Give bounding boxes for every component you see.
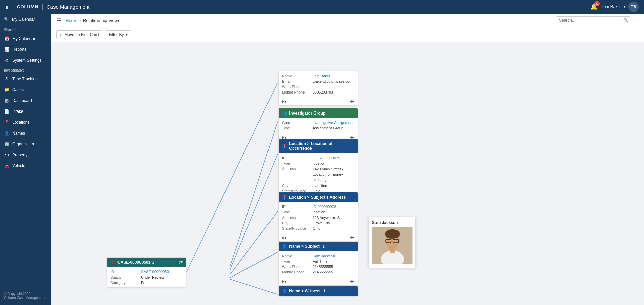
back-btn[interactable]: ⏮ [282, 99, 287, 104]
chart-icon: 📊 [4, 47, 9, 52]
location-occurrence-header: 📍 Location > Location of Occurrence [279, 139, 358, 153]
tag-icon: 🏷 [4, 152, 9, 158]
investigator-group-title: Investigator Group [289, 111, 325, 116]
ns-work-phone-label: Work Phone [282, 265, 313, 269]
sidebar-item-system-settings[interactable]: ⚙ System Settings [0, 55, 51, 66]
search-input[interactable] [556, 16, 630, 24]
name-label: Name [282, 74, 313, 78]
location-subject-card: 📍 Location > Subject's Address ID ID-000… [278, 192, 358, 242]
app-logo: Ⅲ COLUMN [5, 2, 38, 12]
subj-id-value[interactable]: ID-000000008 [313, 205, 354, 209]
notification-count: 32 [594, 1, 600, 6]
case-card: 💼 CASE-000000501 ℹ ⇄ ID CASE-000000501 S… [107, 257, 186, 288]
sidebar-item-my-calendar[interactable]: 📅 My Calendar [0, 33, 51, 44]
loc-city-label: City [282, 184, 313, 188]
sidebar-item-dashboard[interactable]: ▦ Dashboard [0, 95, 51, 106]
loc-subj-footer: ⏮ ✚ [279, 233, 358, 242]
subj-add-btn[interactable]: ✚ [350, 235, 354, 240]
subj-id-row: ID ID-000000008 [282, 204, 354, 209]
ns-back-btn[interactable]: ⏮ [282, 279, 287, 284]
inv-type-row: Type Assignment Group [282, 125, 354, 131]
sidebar-label-cases: Cases [12, 87, 24, 92]
case-id-row: ID CASE-000000501 [110, 269, 183, 274]
toolbar: ⌂ Move To First Card Filter By ▾ [51, 27, 644, 42]
breadcrumb-separator: › [80, 18, 81, 23]
add-btn[interactable]: ✚ [350, 99, 354, 104]
grid-icon: ▦ [4, 98, 9, 103]
contact-card: Name Tom Baker Email tbaker@columcase.co… [278, 71, 358, 106]
more-options-icon[interactable]: ⋮ [633, 17, 639, 24]
sidebar-label-my-calendar: My Calendar [12, 36, 35, 41]
group-label: Group [282, 121, 313, 125]
group-value[interactable]: Investigative Assignment [313, 121, 354, 125]
menu-icon[interactable]: ☰ [56, 17, 61, 24]
sidebar-item-vehicle[interactable]: 🚗 Vehicle [0, 160, 51, 171]
ns-name-value[interactable]: Sam Jackson [313, 254, 354, 258]
search-icon-btn[interactable]: 🔍 [623, 18, 628, 23]
name-subject-info-icon[interactable]: ℹ [323, 244, 324, 249]
filter-by-button[interactable]: Filter By ▾ [105, 30, 131, 39]
sidebar-item-property[interactable]: 🏷 Property [0, 149, 51, 160]
email-label: Email [282, 79, 313, 83]
pin-icon: 📍 [4, 120, 9, 125]
loc-type-label: Type [282, 161, 313, 165]
case-card-body: ID CASE-000000501 Status Under Review Ca… [107, 267, 186, 287]
loc-address-label: Address [282, 167, 313, 182]
notification-bell[interactable]: 🔔 32 [590, 3, 598, 11]
sidebar-item-names[interactable]: 👤 Names [0, 128, 51, 139]
search-icon: 🔍 [4, 17, 9, 22]
case-status-value: Under Review [141, 275, 183, 279]
subj-back-btn[interactable]: ⏮ [282, 235, 287, 240]
subj-state-row: State/Province Ohio [282, 226, 354, 231]
ns-work-phone-value: 2145555555 [313, 265, 354, 269]
case-info-icon[interactable]: ℹ [152, 260, 154, 265]
contact-work-phone-row: Work Phone [282, 84, 354, 89]
calendar-icon: 📅 [4, 36, 9, 41]
case-id-value[interactable]: CASE-000000501 [141, 270, 183, 274]
sidebar-item-global-search[interactable]: 🔍 My Calendar [0, 14, 51, 25]
case-id-header: CASE-000000501 [117, 260, 150, 265]
svg-line-5 [230, 211, 278, 274]
sidebar-label-time-tracking: Time Tracking [12, 77, 38, 81]
loc-id-value[interactable]: LOC-000000075 [313, 156, 354, 160]
name-witness-info-icon[interactable]: ℹ [324, 289, 325, 293]
subj-city-label: City [282, 221, 313, 225]
name-witness-title: Name > Witness [289, 289, 320, 293]
breadcrumb-home[interactable]: Home [66, 18, 78, 23]
user-menu[interactable]: Tom Baker ▾ TB [602, 2, 639, 12]
sidebar-item-intake[interactable]: 📄 Intake [0, 106, 51, 117]
sidebar-section-shared: Shared [0, 25, 51, 33]
avatar: TB [628, 2, 639, 12]
mobile-value: 6305203793 [313, 90, 354, 94]
sidebar-item-locations[interactable]: 📍 Locations [0, 117, 51, 128]
sidebar-item-cases[interactable]: 📁 Cases [0, 84, 51, 95]
case-card-header: 💼 CASE-000000501 ℹ ⇄ [107, 258, 186, 267]
subj-address-value: 123 Anywhere St. [313, 216, 354, 220]
ns-footer: ⏮ ✚ [279, 277, 358, 285]
email-value: tbaker@columcase.com [313, 79, 354, 83]
ns-mobile-label: Mobile Phone [282, 270, 313, 274]
sidebar-item-reports[interactable]: 📊 Reports [0, 44, 51, 55]
contact-mobile-row: Mobile Phone 6305203793 [282, 89, 354, 95]
sidebar-item-organization[interactable]: 🏢 Organization [0, 139, 51, 149]
name-value[interactable]: Tom Baker [313, 74, 354, 78]
location-subject-header: 📍 Location > Subject's Address [279, 192, 358, 202]
canvas-area[interactable]: Name Tom Baker Email tbaker@columcase.co… [51, 42, 644, 305]
case-status-row: Status Under Review [110, 274, 183, 280]
sidebar-item-time-tracking[interactable]: ⏱ Time Tracking [0, 74, 51, 84]
clock-icon: ⏱ [4, 76, 9, 82]
home-icon: ⌂ [60, 32, 62, 37]
location-occurrence-title: Location > Location of Occurrence [289, 141, 354, 151]
loc-address-value: 1420 Main Street - Location of money exc… [313, 167, 354, 182]
sidebar-footer: © Copyright 2022 Column Case Management [0, 289, 51, 302]
name-subject-title: Name > Subject [289, 244, 320, 249]
avatar-initials: TB [631, 5, 636, 9]
sidebar-label-names: Names [12, 131, 25, 136]
ns-add-btn[interactable]: ✚ [350, 279, 354, 284]
folder-icon: 📁 [4, 87, 9, 93]
topbar-left: Ⅲ COLUMN | Case Management [5, 2, 89, 12]
ns-type-value: Full Time [313, 259, 354, 263]
move-to-first-card-button[interactable]: ⌂ Move To First Card [56, 30, 102, 39]
case-arrows-icon[interactable]: ⇄ [179, 260, 183, 265]
building-icon: 🏢 [4, 141, 9, 147]
